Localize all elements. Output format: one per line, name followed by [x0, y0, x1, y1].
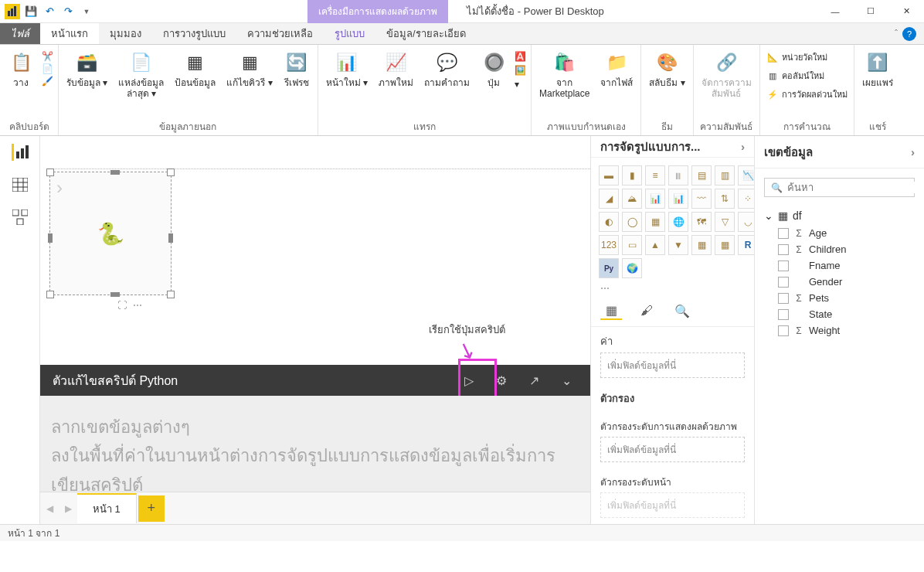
collapse-fields-pane-icon[interactable]: › [911, 145, 915, 158]
report-view-icon[interactable] [12, 144, 29, 161]
refresh-button[interactable]: 🔄รีเฟรช [280, 48, 313, 90]
page-next-icon[interactable]: ▶ [59, 503, 77, 514]
viz-multi-card-icon[interactable]: ▭ [622, 235, 642, 255]
viz-donut-icon[interactable]: ◯ [622, 212, 642, 232]
visual-filter-well[interactable]: เพิ่มฟิลด์ข้อมูลที่นี่ [600, 437, 745, 462]
textbox-icon[interactable]: 🅰️ [515, 51, 526, 62]
fields-tab-icon[interactable]: ▦ [600, 301, 622, 320]
manage-relationships-button[interactable]: 🔗จัดการความ สัมพันธ์ [698, 48, 755, 101]
collapse-ribbon-icon[interactable]: ˆ [895, 29, 898, 39]
format-tab-icon[interactable]: 🖌 [636, 301, 657, 320]
field-age[interactable]: ΣAge [755, 225, 924, 241]
from-marketplace-button[interactable]: 🛍️จาก Marketplace [536, 48, 593, 101]
page-filter-well[interactable]: เพิ่มฟิลด์ข้อมูลที่นี่ [600, 492, 745, 518]
viz-python-icon[interactable]: Py [599, 258, 619, 278]
new-measure-button[interactable]: 📐หน่วยวัดใหม่ [765, 49, 849, 65]
checkbox[interactable] [778, 325, 789, 336]
cut-icon[interactable]: ✂️ [42, 51, 53, 62]
shapes-icon[interactable]: ▾ [515, 79, 526, 90]
redo-icon[interactable]: ↷ [60, 4, 76, 19]
viz-clustered-column-icon[interactable]: ⫼ [668, 165, 688, 186]
more-options-icon[interactable]: ⋯ [133, 300, 142, 311]
fields-search[interactable]: 🔍 [764, 178, 915, 197]
viz-map-icon[interactable]: 🌐 [668, 212, 688, 232]
field-weight[interactable]: ΣWeight [755, 322, 924, 339]
tab-data[interactable]: ข้อมูล/รายละเอียด [375, 23, 477, 44]
values-well[interactable]: เพิ่มฟิลด์ข้อมูลที่นี่ [600, 352, 745, 378]
model-view-icon[interactable] [12, 209, 29, 226]
new-visual-button[interactable]: 📈ภาพใหม่ [375, 48, 416, 90]
buttons-button[interactable]: 🔘ปุ่ม [477, 48, 510, 90]
checkbox[interactable] [778, 277, 789, 288]
checkbox[interactable] [778, 244, 789, 255]
viz-matrix-icon[interactable]: ▦ [715, 235, 735, 255]
recent-sources-button[interactable]: 📄แหล่งข้อมูล ล่าสุด ▾ [115, 48, 167, 101]
viz-waterfall-icon[interactable]: ⇅ [715, 189, 735, 209]
page-tab-1[interactable]: หน้า 1 [77, 493, 137, 523]
report-canvas[interactable]: › 🐍 ⛶ ⋯ เรียกใช้ปุ่มสคริปต์ ↘ ตัวแก้ไขสค… [40, 136, 590, 524]
checkbox[interactable] [778, 260, 789, 271]
script-editor-body[interactable]: ลากเขตข้อมูลต่างๆ ลงในพื้นที่ค่าในบานหน้… [40, 396, 590, 492]
viz-100-bar-icon[interactable]: ▤ [691, 165, 712, 186]
viz-more-icon[interactable]: ⋯ [591, 281, 754, 295]
viz-kpi-icon[interactable]: ▲ [645, 235, 665, 255]
viz-table-icon[interactable]: ▦ [691, 235, 712, 255]
viz-100-column-icon[interactable]: ▥ [715, 165, 735, 186]
from-file-button[interactable]: 📁จากไฟส์ [597, 48, 636, 90]
viz-stacked-bar-icon[interactable]: ▬ [599, 165, 619, 186]
image-icon[interactable]: 🖼️ [515, 65, 526, 76]
save-icon[interactable]: 💾 [23, 4, 39, 19]
field-gender[interactable]: Gender [755, 274, 924, 290]
viz-funnel-icon[interactable]: ▽ [715, 212, 735, 232]
popout-icon[interactable]: ↗ [522, 369, 545, 392]
maximize-button[interactable]: ☐ [853, 0, 888, 23]
quick-measure-button[interactable]: ⚡การวัดผลด่วนใหม่ [765, 87, 849, 102]
new-page-button[interactable]: 📊หน้าใหม่ ▾ [323, 48, 371, 90]
enter-data-button[interactable]: ▦ป้อนข้อมูล [172, 48, 219, 90]
viz-card-icon[interactable]: 123 [599, 235, 619, 255]
collapse-editor-icon[interactable]: ⌄ [555, 369, 578, 392]
close-button[interactable]: ✕ [888, 0, 924, 23]
analytics-tab-icon[interactable]: 🔍 [671, 301, 693, 320]
switch-theme-button[interactable]: 🎨สลับธีม ▾ [646, 48, 688, 90]
field-state[interactable]: State [755, 306, 924, 322]
viz-treemap-icon[interactable]: ▦ [645, 212, 665, 232]
python-visual-placeholder[interactable]: › 🐍 [49, 172, 172, 295]
qat-dropdown[interactable]: ▼ [79, 4, 94, 19]
minimize-button[interactable]: — [817, 0, 853, 23]
viz-filled-map-icon[interactable]: 🗺 [691, 212, 712, 232]
viz-clustered-bar-icon[interactable]: ≡ [645, 165, 665, 186]
tab-file[interactable]: ไฟล์ [0, 23, 40, 44]
focus-mode-icon[interactable]: ⛶ [117, 300, 127, 311]
help-icon[interactable]: ? [902, 27, 916, 41]
viz-pie-icon[interactable]: ◐ [599, 212, 619, 232]
field-pets[interactable]: ΣPets [755, 290, 924, 306]
checkbox[interactable] [778, 228, 789, 239]
paste-button[interactable]: 📋 วาง [5, 48, 37, 90]
viz-stacked-column-icon[interactable]: ▮ [622, 165, 642, 186]
table-df[interactable]: ⌄ ▦ df [755, 206, 924, 225]
collapse-viz-pane-icon[interactable]: › [741, 140, 745, 153]
get-data-button[interactable]: 🗃️รับข้อมูล ▾ [63, 48, 110, 90]
publish-button[interactable]: ⬆️เผยแพร่ [859, 48, 896, 90]
tab-help[interactable]: ความช่วยเหลือ [236, 23, 324, 44]
add-page-button[interactable]: + [138, 495, 165, 522]
viz-slicer-icon[interactable]: ▼ [668, 235, 688, 255]
search-input[interactable] [787, 182, 917, 193]
viz-arcgis-icon[interactable]: 🌍 [622, 258, 642, 278]
tab-format[interactable]: รูปแบบ [324, 23, 375, 44]
checkbox[interactable] [778, 293, 789, 304]
tab-modeling[interactable]: การวางรูปแบบ [152, 23, 236, 44]
format-painter-icon[interactable]: 🖌️ [42, 76, 53, 87]
viz-ribbon-icon[interactable]: 〰 [691, 189, 712, 209]
ask-question-button[interactable]: 💬ถามคำถาม [421, 48, 473, 90]
copy-icon[interactable]: 📄 [42, 63, 53, 74]
viz-area-icon[interactable]: ◢ [599, 189, 619, 209]
data-view-icon[interactable] [12, 176, 29, 193]
checkbox[interactable] [778, 309, 789, 320]
viz-stacked-area-icon[interactable]: ⛰ [622, 189, 642, 209]
field-children[interactable]: ΣChildren [755, 241, 924, 257]
viz-line-column-icon[interactable]: 📊 [645, 189, 665, 209]
tab-view[interactable]: มุมมอง [99, 23, 152, 44]
field-fname[interactable]: Fname [755, 257, 924, 274]
